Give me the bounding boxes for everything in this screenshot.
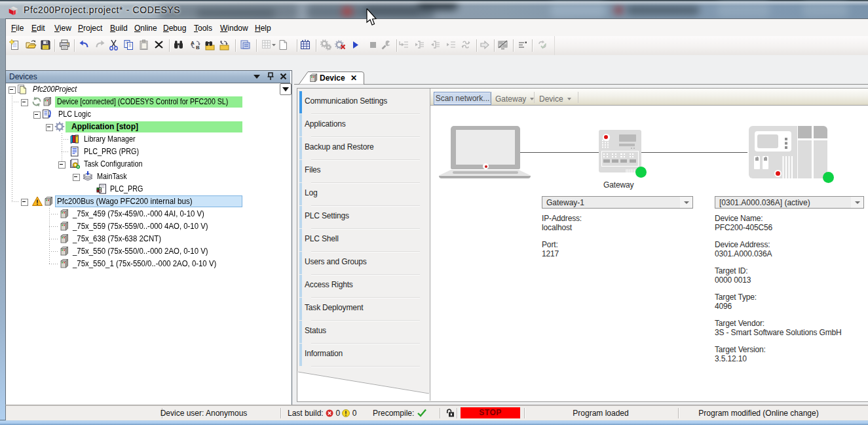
svg-text:B: B [196, 45, 200, 51]
